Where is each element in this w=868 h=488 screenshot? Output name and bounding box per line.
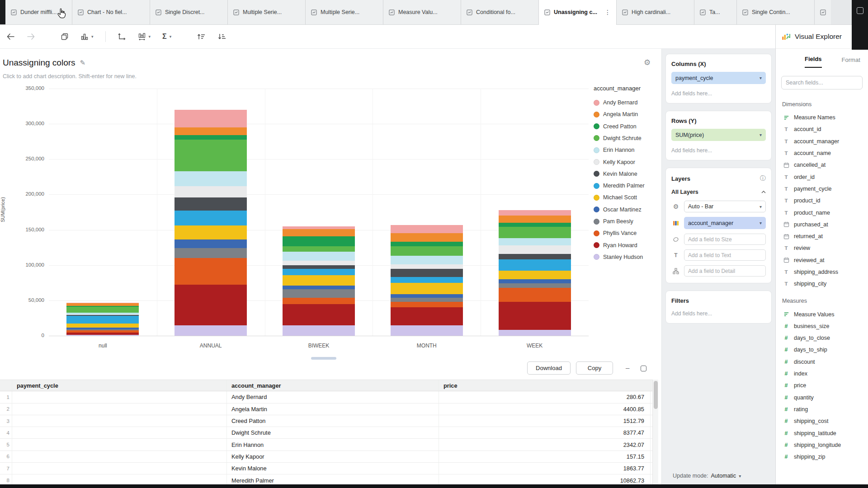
- account-manager-cell[interactable]: Angela Martin: [227, 404, 439, 415]
- field-item[interactable]: #index: [776, 368, 868, 380]
- account-manager-cell[interactable]: Dwight Schrute: [227, 427, 439, 438]
- bar-segment[interactable]: [175, 171, 247, 186]
- bar-segment[interactable]: [499, 227, 571, 238]
- bar-segment[interactable]: [283, 236, 355, 246]
- chevron-down-icon[interactable]: ▾: [760, 221, 762, 225]
- legend-item[interactable]: Phyllis Vance: [594, 230, 637, 236]
- bar-segment[interactable]: [283, 304, 355, 325]
- bar-segment[interactable]: [283, 226, 355, 229]
- table-scrollbar[interactable]: [652, 380, 658, 484]
- column-header[interactable]: account_manager: [227, 380, 439, 391]
- panel-toggle-icon[interactable]: [857, 7, 863, 14]
- account-manager-cell[interactable]: Kelly Kapoor: [227, 451, 439, 462]
- bar-segment[interactable]: [391, 246, 463, 256]
- field-item[interactable]: Tproduct_id: [776, 195, 868, 206]
- bar-segment[interactable]: [66, 330, 139, 333]
- field-item[interactable]: #shipping_cost: [776, 415, 868, 427]
- field-item[interactable]: Tshipping_city: [776, 278, 868, 290]
- bar-segment[interactable]: [66, 324, 139, 328]
- chevron-down-icon[interactable]: ▾: [760, 204, 762, 209]
- price-cell[interactable]: 10862.73: [439, 474, 651, 484]
- bar-segment[interactable]: [175, 186, 247, 197]
- workbook-tab[interactable]: Conditional fo...: [461, 0, 539, 24]
- field-item[interactable]: Treview: [776, 242, 868, 254]
- copy-button[interactable]: Copy: [576, 361, 613, 375]
- field-item[interactable]: Measure Names: [776, 112, 868, 123]
- all-layers-row[interactable]: All Layers: [671, 189, 766, 195]
- bar-segment[interactable]: [499, 330, 571, 336]
- field-item[interactable]: purchased_at: [776, 219, 868, 230]
- field-item[interactable]: #quantity: [776, 392, 868, 404]
- color-palette-icon[interactable]: [671, 220, 680, 226]
- workbook-tab[interactable]: Multiple Serie...: [306, 0, 383, 24]
- account-manager-cell[interactable]: Andy Bernard: [227, 391, 439, 403]
- tab-format[interactable]: Format: [842, 56, 860, 68]
- color-field-pill[interactable]: account_manager ▾: [684, 217, 766, 229]
- legend-item[interactable]: Michael Scott: [594, 194, 637, 201]
- field-item[interactable]: #price: [776, 380, 868, 391]
- account-manager-cell[interactable]: Kevin Malone: [227, 463, 439, 474]
- bar-segment[interactable]: [175, 197, 247, 211]
- field-item[interactable]: #days_to_ship: [776, 344, 868, 356]
- row-number-cell[interactable]: 6: [0, 451, 12, 462]
- payment-cycle-cell[interactable]: [12, 391, 227, 403]
- account-manager-cell[interactable]: Erin Hannon: [227, 439, 439, 450]
- bar-segment[interactable]: [499, 259, 571, 271]
- bar-segment[interactable]: [66, 328, 139, 329]
- workbook-tab[interactable]: Unassigning c...⋮: [539, 0, 617, 24]
- chevron-down-icon[interactable]: ▾: [760, 132, 762, 137]
- workbook-tab[interactable]: High cardinali...: [617, 0, 694, 24]
- field-item[interactable]: #business_size: [776, 320, 868, 332]
- bar-segment[interactable]: [499, 210, 571, 216]
- price-cell[interactable]: 280.67: [439, 391, 651, 403]
- field-item[interactable]: #shipping_latitude: [776, 427, 868, 439]
- legend-item[interactable]: Andy Bernard: [594, 99, 637, 106]
- bar-segment[interactable]: [175, 248, 247, 258]
- price-cell[interactable]: 2342.07: [439, 439, 651, 450]
- field-search-input[interactable]: [786, 80, 858, 86]
- bar-segment[interactable]: [283, 289, 355, 298]
- bar-segment[interactable]: [391, 294, 463, 298]
- legend-item[interactable]: Stanley Hudson: [594, 254, 643, 260]
- chart-subtitle[interactable]: Click to add chart description. Shift-en…: [3, 73, 137, 80]
- row-number-cell[interactable]: 7: [0, 463, 12, 474]
- bar-segment[interactable]: [391, 225, 463, 234]
- bar-segment[interactable]: [175, 239, 247, 248]
- size-field-input[interactable]: [684, 234, 766, 245]
- bar-segment[interactable]: [175, 258, 247, 285]
- price-cell[interactable]: 157.15: [439, 451, 651, 462]
- maximize-table-icon[interactable]: [641, 366, 646, 371]
- field-item[interactable]: #shipping_zip: [776, 451, 868, 463]
- field-item[interactable]: reviewed_at: [776, 254, 868, 266]
- bar-segment[interactable]: [499, 223, 571, 227]
- bar-segment[interactable]: [283, 261, 355, 265]
- text-field-input[interactable]: [684, 249, 766, 261]
- bar-segment[interactable]: [66, 314, 139, 316]
- payment-cycle-cell[interactable]: [12, 439, 227, 450]
- bar-segment[interactable]: [283, 252, 355, 261]
- aggregate-button[interactable]: Σ▾: [162, 33, 171, 40]
- column-header[interactable]: price: [439, 380, 651, 391]
- bar-segment[interactable]: [175, 325, 247, 336]
- bar-segment[interactable]: [66, 307, 139, 313]
- legend-item[interactable]: Kelly Kapoor: [594, 159, 635, 165]
- bar-segment[interactable]: [499, 245, 571, 254]
- bar-segment[interactable]: [175, 211, 247, 225]
- sort-ascending-button[interactable]: [197, 33, 206, 40]
- field-item[interactable]: #rating: [776, 404, 868, 415]
- histogram-button[interactable]: ▾: [138, 33, 151, 41]
- legend-item[interactable]: Kevin Malone: [594, 171, 637, 177]
- bar-segment[interactable]: [499, 288, 571, 302]
- field-item[interactable]: Taccount_manager: [776, 136, 868, 147]
- payment-cycle-cell[interactable]: [12, 427, 227, 438]
- column-header[interactable]: payment_cycle: [12, 380, 227, 391]
- bar-segment[interactable]: [175, 225, 247, 239]
- payment-cycle-cell[interactable]: [12, 463, 227, 474]
- price-cell[interactable]: 4400.85: [439, 404, 651, 415]
- bar-segment[interactable]: [175, 140, 247, 171]
- workbook-tab[interactable]: Single Contin...: [737, 0, 815, 24]
- row-number-cell[interactable]: 5: [0, 439, 12, 450]
- price-cell[interactable]: 1512.79: [439, 415, 651, 427]
- bar-segment[interactable]: [66, 329, 139, 330]
- workbook-tab[interactable]: Ta...: [694, 0, 737, 24]
